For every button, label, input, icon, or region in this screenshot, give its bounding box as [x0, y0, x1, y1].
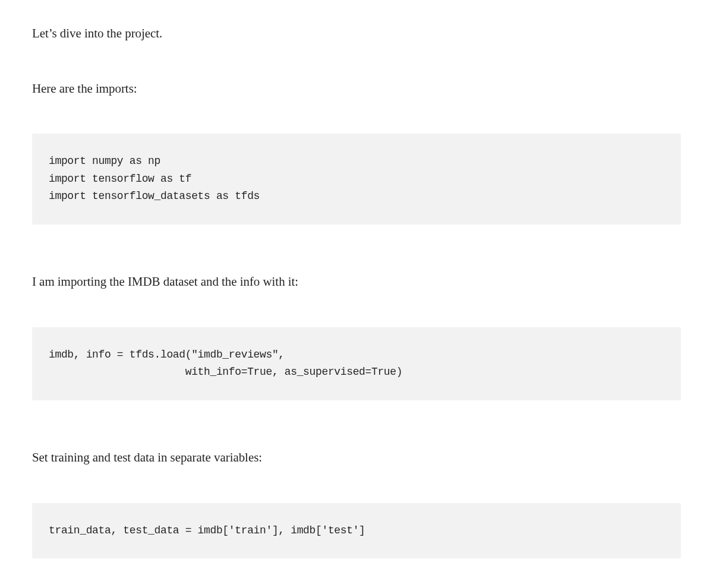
code-block-load-dataset[interactable]: imdb, info = tfds.load("imdb_reviews", w… [32, 327, 681, 400]
paragraph-dataset-load: I am importing the IMDB dataset and the … [32, 272, 681, 292]
code-block-train-test[interactable]: train_data, test_data = imdb['train'], i… [32, 503, 681, 559]
paragraph-imports-intro: Here are the imports: [32, 79, 681, 99]
code-block-imports[interactable]: import numpy as np import tensorflow as … [32, 134, 681, 225]
paragraph-train-test-split: Set training and test data in separate v… [32, 448, 681, 467]
paragraph-intro: Let’s dive into the project. [32, 24, 681, 43]
